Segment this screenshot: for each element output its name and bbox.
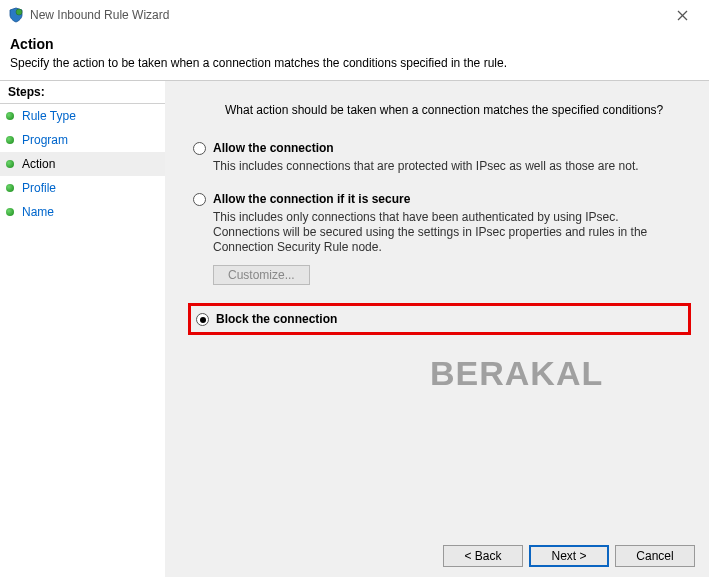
wizard-button-row: < Back Next > Cancel: [443, 545, 695, 567]
step-bullet-icon: [6, 112, 14, 120]
step-label: Profile: [22, 181, 56, 195]
next-button[interactable]: Next >: [529, 545, 609, 567]
page-subtitle: Specify the action to be taken when a co…: [10, 56, 699, 70]
wizard-window: New Inbound Rule Wizard Action Specify t…: [0, 0, 709, 577]
step-rule-type[interactable]: Rule Type: [0, 104, 165, 128]
radio-allow-label[interactable]: Allow the connection: [213, 141, 334, 155]
window-title: New Inbound Rule Wizard: [30, 8, 663, 22]
step-action: Action: [0, 152, 165, 176]
customize-button: Customize...: [213, 265, 310, 285]
content-question: What action should be taken when a conne…: [193, 103, 691, 117]
step-profile[interactable]: Profile: [0, 176, 165, 200]
step-label: Program: [22, 133, 68, 147]
close-icon[interactable]: [663, 1, 701, 29]
steps-title: Steps:: [0, 83, 165, 103]
option-allow-secure-desc: This includes only connections that have…: [213, 210, 673, 255]
svg-point-0: [16, 9, 22, 15]
cancel-button[interactable]: Cancel: [615, 545, 695, 567]
step-label: Rule Type: [22, 109, 76, 123]
wizard-body: Steps: Rule Type Program Action Profile …: [0, 81, 709, 577]
option-allow-desc: This includes connections that are prote…: [213, 159, 673, 174]
page-title: Action: [10, 36, 699, 52]
option-block-connection: Block the connection: [188, 303, 691, 335]
step-program[interactable]: Program: [0, 128, 165, 152]
step-name[interactable]: Name: [0, 200, 165, 224]
step-bullet-icon: [6, 208, 14, 216]
step-bullet-icon: [6, 184, 14, 192]
radio-allow-secure[interactable]: [193, 193, 206, 206]
step-label: Action: [22, 157, 55, 171]
radio-block[interactable]: [196, 313, 209, 326]
back-button[interactable]: < Back: [443, 545, 523, 567]
firewall-icon: [8, 7, 24, 23]
steps-pane: Steps: Rule Type Program Action Profile …: [0, 81, 165, 577]
option-allow-connection: Allow the connection This includes conne…: [193, 141, 691, 174]
radio-allow[interactable]: [193, 142, 206, 155]
radio-allow-secure-label[interactable]: Allow the connection if it is secure: [213, 192, 410, 206]
content-pane: What action should be taken when a conne…: [165, 81, 709, 577]
titlebar: New Inbound Rule Wizard: [0, 0, 709, 30]
step-bullet-icon: [6, 136, 14, 144]
watermark: BERAKAL: [430, 354, 603, 393]
radio-block-label[interactable]: Block the connection: [216, 312, 337, 326]
wizard-header: Action Specify the action to be taken wh…: [0, 30, 709, 80]
step-bullet-icon: [6, 160, 14, 168]
step-label: Name: [22, 205, 54, 219]
option-allow-secure: Allow the connection if it is secure Thi…: [193, 192, 691, 285]
